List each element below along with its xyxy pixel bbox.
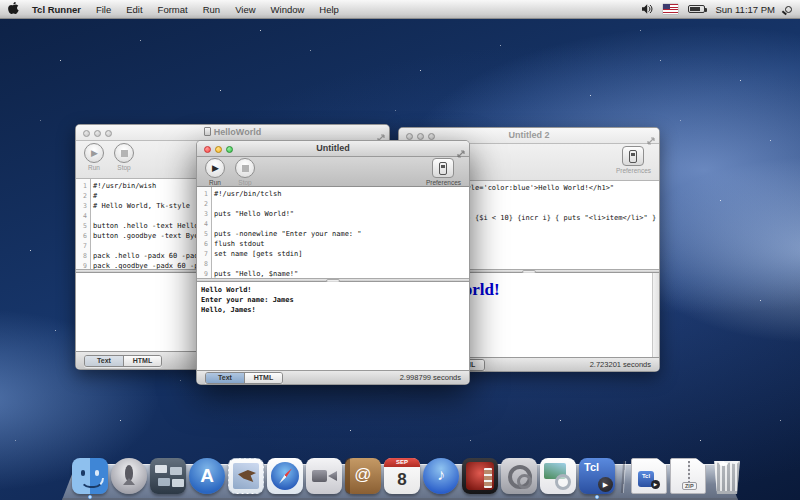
code-line: 9puts "Hello, $name!" <box>197 269 469 278</box>
titlebar[interactable]: HelloWorld <box>76 125 389 141</box>
stop-icon <box>242 165 249 172</box>
zip-label: ZIP <box>682 482 697 490</box>
code-line: 6flush stdout <box>197 239 469 249</box>
dock-separator <box>621 461 625 493</box>
run-button[interactable]: ▶Run <box>205 158 225 186</box>
apple-logo-icon <box>8 2 19 15</box>
itunes-icon[interactable]: ♪ <box>423 458 459 494</box>
code-line: 4 <box>197 219 469 229</box>
preferences-button[interactable]: Preferences <box>616 146 651 174</box>
stop-button[interactable]: Stop <box>235 158 255 186</box>
output-line: Hello World! <box>201 285 469 295</box>
menu-bar: Tcl Runner File Edit Format Run View Win… <box>0 0 800 19</box>
window-title: Untitled 2 <box>399 130 659 140</box>
safari-icon[interactable] <box>267 458 303 494</box>
ical-month-label: SEP <box>384 458 420 467</box>
code-line: 2 <box>197 199 469 209</box>
tab-text[interactable]: Text <box>85 356 123 366</box>
document-proxy-icon <box>204 127 211 136</box>
stop-button[interactable]: Stop <box>114 143 134 171</box>
tab-text[interactable]: Text <box>206 373 244 383</box>
running-indicator <box>88 495 92 499</box>
resize-icon[interactable] <box>647 131 655 149</box>
window-title: Untitled <box>197 143 469 153</box>
trash-icon[interactable] <box>709 458 745 494</box>
window-title: HelloWorld <box>76 127 389 137</box>
dock: A @ SEP 8 ♪ Tcl ▶ Tcl ▶ ZIP <box>0 452 800 500</box>
finder-icon[interactable] <box>72 458 108 494</box>
dock-icons-row: A @ SEP 8 ♪ Tcl ▶ Tcl ▶ ZIP <box>72 458 745 494</box>
spotlight-search-icon[interactable] <box>785 6 792 13</box>
tcl-runner-app-icon[interactable]: Tcl ▶ <box>579 458 615 494</box>
system-preferences-icon[interactable] <box>501 458 537 494</box>
preferences-icon <box>629 150 637 163</box>
launchpad-icon[interactable] <box>111 458 147 494</box>
preview-icon[interactable] <box>540 458 576 494</box>
preferences-button[interactable]: Preferences <box>426 158 461 186</box>
code-line: 7set name [gets stdin] <box>197 249 469 259</box>
code-line: 8 <box>197 259 469 269</box>
menu-item-view[interactable]: View <box>235 4 255 15</box>
scrollbar[interactable] <box>652 273 659 357</box>
menu-item-window[interactable]: Window <box>271 4 305 15</box>
execution-time: 2.998799 seconds <box>400 373 461 382</box>
running-indicator <box>595 495 599 499</box>
window-untitled[interactable]: Untitled ▶Run Stop Preferences 1#!/usr/b… <box>196 140 470 385</box>
code-line: 3puts "Hello World!" <box>197 209 469 219</box>
preferences-icon <box>439 162 447 175</box>
tcl-document-icon[interactable]: Tcl ▶ <box>631 458 667 494</box>
apple-menu-icon[interactable] <box>8 2 19 17</box>
play-badge-icon: ▶ <box>651 480 660 489</box>
tab-html[interactable]: HTML <box>123 356 161 366</box>
menu-item-run[interactable]: Run <box>203 4 220 15</box>
menu-item-app[interactable]: Tcl Runner <box>32 4 81 15</box>
play-icon: ▶ <box>91 149 98 158</box>
menu-item-file[interactable]: File <box>96 4 111 15</box>
battery-icon[interactable] <box>688 5 705 13</box>
mission-control-icon[interactable] <box>150 458 186 494</box>
tab-html[interactable]: HTML <box>244 373 282 383</box>
play-icon: ▶ <box>212 164 219 173</box>
app-store-icon[interactable]: A <box>189 458 225 494</box>
input-language-flag-icon[interactable] <box>663 4 678 14</box>
titlebar[interactable]: Untitled <box>197 141 469 157</box>
ical-day-label: 8 <box>384 467 420 492</box>
output-mode-segmented-control[interactable]: Text HTML <box>84 355 162 367</box>
stop-icon <box>121 150 128 157</box>
menu-item-help[interactable]: Help <box>319 4 339 15</box>
toolbar: ▶Run Stop Preferences <box>197 157 469 187</box>
address-book-icon[interactable]: @ <box>345 458 381 494</box>
ical-icon[interactable]: SEP 8 <box>384 458 420 494</box>
menu-item-edit[interactable]: Edit <box>126 4 142 15</box>
menu-clock[interactable]: Sun 11:17 PM <box>715 4 775 15</box>
volume-icon[interactable] <box>642 4 653 14</box>
mail-icon[interactable] <box>228 458 264 494</box>
output-line: Enter your name: James <box>201 295 469 305</box>
output-mode-segmented-control[interactable]: Text HTML <box>205 372 283 384</box>
output-line: Hello, James! <box>201 305 469 315</box>
tcl-app-label: Tcl <box>584 461 599 473</box>
menu-item-format[interactable]: Format <box>158 4 188 15</box>
code-editor[interactable]: 1#!/usr/bin/tclsh 2 3puts "Hello World!"… <box>197 187 469 278</box>
execution-time: 2.723201 seconds <box>590 360 651 369</box>
code-line: 1#!/usr/bin/tclsh <box>197 189 469 199</box>
photo-booth-icon[interactable] <box>462 458 498 494</box>
zip-archive-icon[interactable]: ZIP <box>670 458 706 494</box>
run-button[interactable]: ▶Run <box>84 143 104 171</box>
facetime-icon[interactable] <box>306 458 342 494</box>
output-pane[interactable]: Hello World! Enter your name: James Hell… <box>197 282 469 370</box>
bottom-bar: Text HTML 2.998799 seconds <box>197 370 469 384</box>
play-badge-icon: ▶ <box>598 477 613 492</box>
code-line: 5puts -nonewline "Enter your name: " <box>197 229 469 239</box>
resize-icon[interactable] <box>457 144 465 162</box>
